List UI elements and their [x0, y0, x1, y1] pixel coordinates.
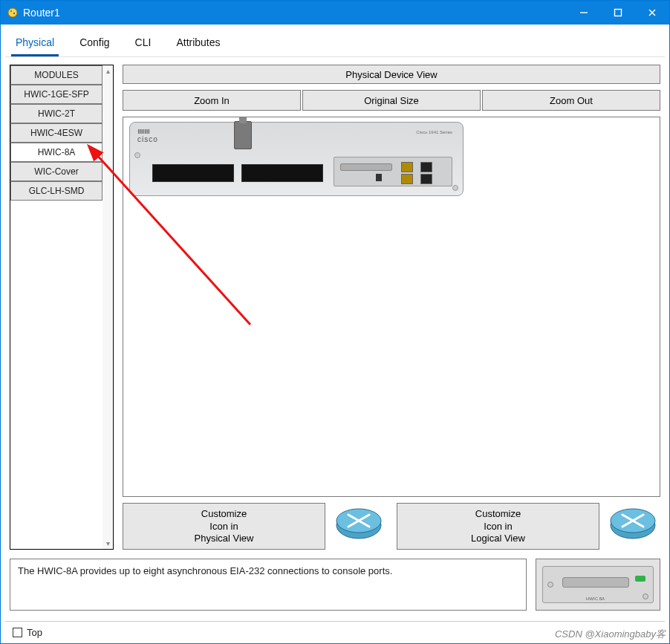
module-item[interactable]: WIC-Cover	[10, 162, 103, 181]
minimize-button[interactable]	[567, 1, 601, 25]
device-column: Physical Device View Zoom In Original Si…	[123, 65, 660, 550]
card-label: HWIC 8A	[586, 596, 605, 601]
modules-header: MODULES	[10, 65, 103, 85]
customize-row: Customize Icon in Physical View	[123, 503, 660, 550]
zoom-out-button[interactable]: Zoom Out	[482, 90, 660, 111]
physical-device-view[interactable]: ıııııııııcisco Cisco 1941 Series	[123, 117, 660, 497]
svg-point-2	[13, 13, 15, 14]
top-checkbox-label: Top	[27, 627, 42, 638]
module-preview[interactable]: HWIC 8A	[536, 559, 660, 611]
title-bar: Router1	[1, 1, 669, 25]
module-item[interactable]: HWIC-1GE-SFP	[10, 85, 103, 104]
ethernet-port[interactable]	[420, 174, 432, 184]
module-item[interactable]: GLC-LH-SMD	[10, 181, 103, 201]
client-area: Physical Config CLI Attributes MODULES H…	[1, 25, 669, 643]
screw-icon	[452, 185, 458, 191]
modules-scrollbar[interactable]: ▴ ▾	[103, 65, 113, 549]
description-row: The HWIC-8A provides up to eight asynchr…	[5, 554, 665, 621]
port-panel[interactable]	[334, 157, 452, 186]
router-icon	[331, 503, 386, 543]
modules-panel: MODULES HWIC-1GE-SFP HWIC-2T HWIC-4ESW H…	[10, 65, 114, 550]
tab-config[interactable]: Config	[75, 36, 114, 56]
expansion-slot[interactable]	[241, 164, 323, 182]
device-model-label: Cisco 1941 Series	[416, 130, 452, 134]
chevron-down-icon: ▾	[106, 539, 110, 547]
screw-icon	[547, 582, 553, 588]
svg-point-0	[8, 8, 17, 17]
module-item-selected[interactable]: HWIC-8A	[10, 143, 103, 162]
router-chassis[interactable]: ıııııııııcisco Cisco 1941 Series	[129, 122, 464, 196]
device-view-header: Physical Device View	[123, 65, 660, 84]
screw-icon	[134, 152, 140, 158]
expansion-slot[interactable]	[152, 164, 234, 182]
console-port[interactable]	[340, 163, 392, 171]
module-item[interactable]: HWIC-2T	[10, 104, 103, 123]
app-icon	[7, 7, 19, 19]
watermark: CSDN @Xiaomingbaby客	[555, 628, 666, 641]
ethernet-port[interactable]	[401, 174, 413, 184]
svg-rect-4	[615, 10, 622, 16]
module-description: The HWIC-8A provides up to eight asynchr…	[10, 559, 527, 611]
tab-cli[interactable]: CLI	[131, 36, 156, 56]
module-item[interactable]: HWIC-4ESW	[10, 123, 103, 143]
zoom-controls: Zoom In Original Size Zoom Out	[123, 90, 660, 111]
customize-logical-button[interactable]: Customize Icon in Logical View	[397, 503, 599, 550]
modules-list: MODULES HWIC-1GE-SFP HWIC-2T HWIC-4ESW H…	[10, 65, 103, 549]
zoom-in-button[interactable]: Zoom In	[123, 90, 301, 111]
app-window: Router1 Physical Config CLI Attributes M…	[0, 0, 670, 644]
close-button[interactable]	[635, 1, 669, 25]
usb-port[interactable]	[376, 174, 382, 181]
maximize-button[interactable]	[601, 1, 635, 25]
hwic-8a-card[interactable]: HWIC 8A	[542, 566, 654, 603]
chevron-up-icon: ▴	[106, 67, 110, 75]
router-icon	[605, 503, 660, 543]
original-size-button[interactable]: Original Size	[302, 90, 481, 111]
top-checkbox[interactable]	[13, 628, 22, 637]
ethernet-port[interactable]	[420, 162, 432, 172]
tab-physical[interactable]: Physical	[11, 36, 59, 56]
tab-bar: Physical Config CLI Attributes	[5, 29, 665, 57]
svg-point-1	[10, 10, 12, 12]
window-title: Router1	[23, 7, 60, 19]
tab-attributes[interactable]: Attributes	[172, 36, 224, 56]
serial-connector	[562, 577, 629, 588]
screw-icon	[643, 593, 648, 599]
cisco-logo: ıııııııııcisco	[137, 127, 158, 143]
work-area: MODULES HWIC-1GE-SFP HWIC-2T HWIC-4ESW H…	[5, 57, 665, 554]
customize-physical-button[interactable]: Customize Icon in Physical View	[123, 503, 325, 550]
ethernet-port[interactable]	[401, 162, 413, 172]
led-icon	[635, 576, 645, 582]
antenna-icon	[234, 121, 252, 149]
